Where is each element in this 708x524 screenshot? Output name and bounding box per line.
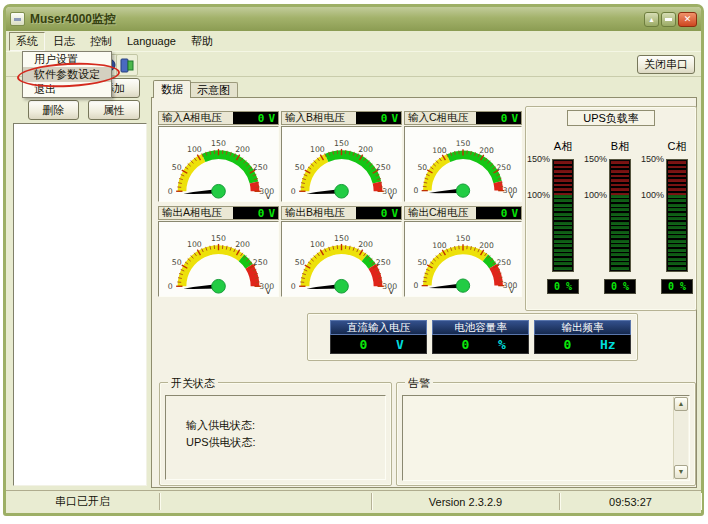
dial-output: 050100150200250300 V (405, 222, 521, 296)
titlebar: Muser4000监控 ▴ ✕ (6, 7, 701, 31)
svg-text:50: 50 (295, 258, 305, 267)
svg-text:100: 100 (187, 240, 202, 249)
menu-help[interactable]: 帮助 (184, 32, 220, 51)
dial-input: 050100150200250300 V (159, 127, 278, 201)
alarm-listbox[interactable]: ▲ ▼ (402, 395, 690, 481)
app-icon (10, 12, 25, 26)
menu-item-software-parameters[interactable]: 软件参数设定 (23, 67, 111, 82)
menu-language[interactable]: Language (120, 33, 183, 49)
svg-text:0: 0 (168, 187, 173, 196)
main-area: 数据 示意图 输入A相电压 0V 050100150200250300 (151, 77, 701, 490)
gauge-lcd: 0V (356, 112, 401, 124)
svg-text:150: 150 (334, 139, 349, 148)
phase-a-label: A相 (542, 139, 584, 154)
svg-text:50: 50 (417, 163, 427, 172)
output-frequency-display: 输出频率 0Hz (534, 320, 631, 354)
svg-text:200: 200 (235, 240, 250, 249)
svg-text:V: V (509, 286, 515, 295)
svg-text:150: 150 (211, 234, 226, 243)
properties-button[interactable]: 属性 (88, 100, 140, 120)
switch-status-body: 输入供电状态: UPS供电状态: (165, 395, 386, 480)
input-power-status-label: 输入供电状态: (186, 418, 255, 433)
restore-button[interactable] (661, 12, 676, 27)
gauge-output-a: 输出A相电压 0V 050100150200250300 V (158, 206, 279, 297)
version-text: Version 2.3.2.9 (429, 496, 502, 508)
svg-text:V: V (509, 191, 515, 200)
gauge-label: 输出B相电压 (282, 206, 356, 220)
svg-text:V: V (389, 192, 395, 201)
menu-item-exit[interactable]: 退出 (23, 82, 111, 97)
svg-text:100: 100 (432, 146, 447, 155)
close-button[interactable]: ✕ (678, 12, 697, 27)
svg-text:100: 100 (187, 145, 202, 154)
svg-text:250: 250 (253, 163, 268, 172)
menu-control[interactable]: 控制 (83, 32, 119, 51)
display-value: 0 (433, 337, 498, 352)
gauge-lcd: 0V (476, 112, 521, 124)
svg-text:150: 150 (456, 234, 471, 243)
menu-item-user-settings[interactable]: 用户设置 (23, 52, 111, 67)
svg-text:0: 0 (291, 282, 296, 291)
svg-text:V: V (266, 287, 272, 296)
load-value-c: 0 % (661, 279, 693, 294)
menu-system[interactable]: 系统 (9, 32, 45, 51)
book-door-icon (119, 57, 135, 73)
dial-output: 050100150200250300 V (282, 222, 401, 296)
display-value: 0 (331, 337, 396, 352)
tick-100: 100% (583, 190, 607, 200)
close-serial-button[interactable]: 关闭串口 (637, 55, 695, 74)
delete-button[interactable]: 删除 (28, 100, 79, 120)
load-bar-b (609, 159, 631, 272)
tab-data[interactable]: 数据 (153, 80, 191, 98)
minimize-button[interactable]: ▴ (644, 12, 659, 27)
svg-text:0: 0 (414, 281, 419, 290)
svg-text:250: 250 (497, 258, 512, 267)
svg-text:250: 250 (376, 163, 391, 172)
dial-input: 050100150200250300 V (282, 127, 401, 201)
svg-text:50: 50 (172, 163, 182, 172)
svg-text:200: 200 (235, 145, 250, 154)
svg-text:0: 0 (291, 187, 296, 196)
display-label: 电池容量率 (432, 320, 529, 335)
gauge-output-b: 输出B相电压 0V 050100150200250300 V (281, 206, 402, 297)
dc-input-display: 直流输入电压 0V (330, 320, 427, 354)
svg-text:200: 200 (479, 241, 494, 250)
alarm-scrollbar[interactable]: ▲ ▼ (673, 397, 688, 479)
svg-text:200: 200 (358, 145, 373, 154)
tab-diagram[interactable]: 示意图 (189, 82, 238, 98)
svg-text:0: 0 (414, 186, 419, 195)
svg-text:50: 50 (172, 258, 182, 267)
phase-b-label: B相 (599, 139, 641, 154)
load-value-a: 0 % (547, 279, 579, 294)
switch-status-panel: 开关状态 输入供电状态: UPS供电状态: (159, 382, 392, 486)
ups-power-status-label: UPS供电状态: (186, 435, 256, 450)
dial-input: 050100150200250300 V (405, 127, 521, 201)
scroll-down-icon[interactable]: ▼ (674, 465, 688, 479)
tick-100: 100% (526, 190, 550, 200)
load-value-b: 0 % (604, 279, 636, 294)
toolbar-exit-button[interactable] (116, 54, 138, 76)
readouts-panel: 直流输入电压 0V 电池容量率 0% 输出频率 0Hz (307, 313, 638, 361)
dial-output: 050100150200250300 V (159, 222, 278, 296)
svg-text:250: 250 (253, 258, 268, 267)
gauge-lcd: 0V (476, 207, 521, 219)
svg-text:250: 250 (497, 163, 512, 172)
svg-text:50: 50 (295, 163, 305, 172)
tick-150: 150% (640, 154, 664, 164)
phase-c-label: C相 (656, 139, 698, 154)
load-bar-c (666, 159, 688, 272)
gauge-lcd: 0V (356, 207, 401, 219)
svg-text:100: 100 (310, 145, 325, 154)
tick-150: 150% (526, 154, 550, 164)
menu-log[interactable]: 日志 (46, 32, 82, 51)
svg-text:150: 150 (456, 139, 471, 148)
scroll-up-icon[interactable]: ▲ (674, 397, 688, 411)
window-title: Muser4000监控 (30, 11, 116, 28)
tick-100: 100% (640, 190, 664, 200)
svg-text:50: 50 (417, 258, 427, 267)
device-listbox[interactable] (13, 123, 147, 486)
menubar: 系统 日志 控制 Language 帮助 (6, 31, 701, 51)
svg-text:150: 150 (211, 139, 226, 148)
alarm-panel: 告警 ▲ ▼ (396, 382, 696, 486)
display-unit: % (498, 337, 528, 352)
